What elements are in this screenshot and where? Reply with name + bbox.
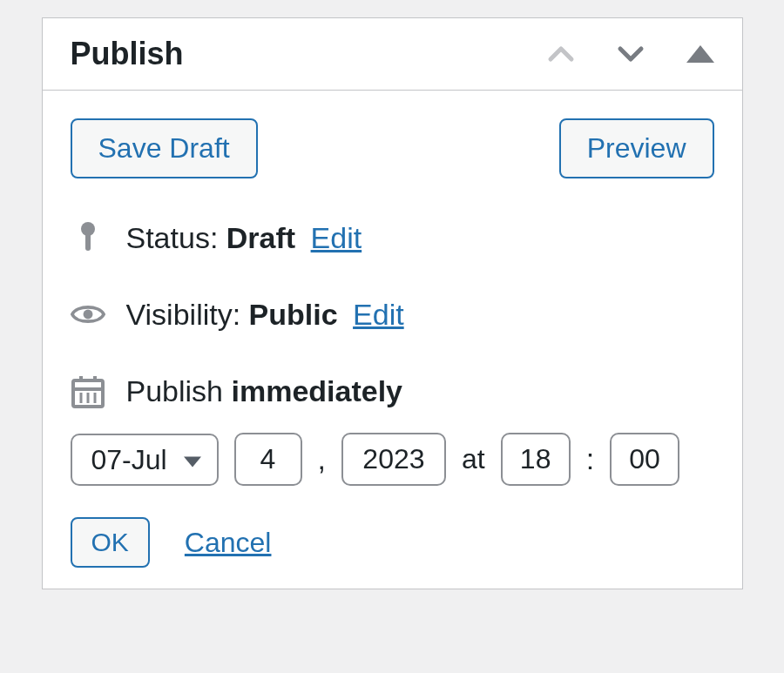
day-input[interactable] [234,433,302,486]
at-label: at [462,443,485,475]
ok-button[interactable]: OK [71,517,150,568]
svg-point-2 [83,310,92,320]
eye-icon [71,297,105,332]
status-value: Draft [226,221,295,254]
move-down-icon[interactable] [617,45,645,63]
top-actions-row: Save Draft Preview [71,118,714,178]
visibility-edit-link[interactable]: Edit [353,298,404,331]
schedule-label: Publish [126,374,232,407]
comma-separator: , [318,442,326,476]
minute-input[interactable] [610,433,679,486]
year-input[interactable] [341,433,446,486]
schedule-value: immediately [231,374,402,407]
collapse-toggle-icon[interactable] [686,45,714,63]
panel-body: Save Draft Preview Status: Draft Edit [43,91,742,589]
panel-header-actions [547,45,714,63]
calendar-icon [71,374,105,408]
date-actions-row: OK Cancel [71,517,714,568]
status-edit-link[interactable]: Edit [311,221,362,254]
move-up-icon[interactable] [547,45,575,63]
panel-header: Publish [43,18,742,91]
date-row: 07-Jul , at : [71,433,714,486]
month-select[interactable]: 07-Jul [71,434,219,486]
svg-rect-1 [85,233,91,251]
key-icon [71,220,105,255]
schedule-text: Publish immediately [126,374,403,408]
schedule-row: Publish immediately [71,374,714,408]
hour-input[interactable] [501,433,571,486]
colon-separator: : [586,442,594,476]
month-select-wrap: 07-Jul [71,434,219,486]
panel-title: Publish [71,36,184,72]
save-draft-button[interactable]: Save Draft [71,118,258,178]
visibility-value: Public [249,298,338,331]
status-row: Status: Draft Edit [71,220,714,255]
status-text: Status: Draft Edit [126,221,362,255]
publish-panel: Publish Save Draft Preview Statu [42,17,743,589]
visibility-label: Visibility: [126,298,249,331]
status-label: Status: [126,221,226,254]
visibility-text: Visibility: Public Edit [126,298,404,332]
cancel-link[interactable]: Cancel [185,527,272,559]
preview-button[interactable]: Preview [559,118,714,178]
visibility-row: Visibility: Public Edit [71,297,714,332]
